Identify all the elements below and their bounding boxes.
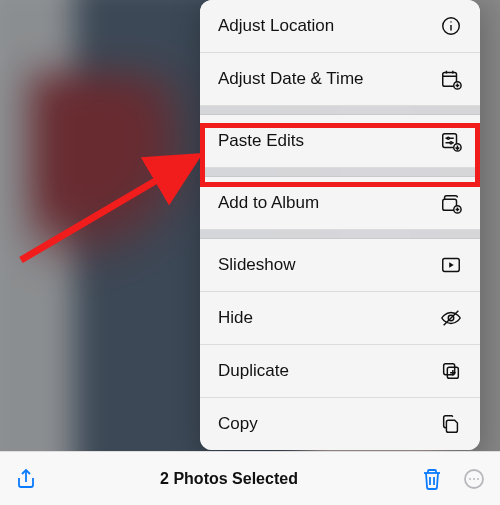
menu-item-paste-edits[interactable]: Paste Edits xyxy=(200,115,480,168)
eye-slash-icon xyxy=(440,307,462,329)
menu-item-duplicate[interactable]: Duplicate xyxy=(200,345,480,398)
svg-point-14 xyxy=(450,142,452,144)
menu-separator xyxy=(200,230,480,239)
share-icon[interactable] xyxy=(14,467,38,491)
calendar-add-icon xyxy=(440,68,462,90)
menu-item-add-to-album[interactable]: Add to Album xyxy=(200,177,480,230)
menu-separator xyxy=(200,168,480,177)
selection-status: 2 Photos Selected xyxy=(160,470,298,488)
svg-point-36 xyxy=(477,478,479,480)
menu-item-label: Slideshow xyxy=(218,255,440,275)
sliders-down-icon xyxy=(440,130,462,152)
svg-point-12 xyxy=(447,137,449,139)
svg-point-35 xyxy=(473,478,475,480)
context-menu: Adjust Location Adjust Date & Time P xyxy=(200,0,480,450)
menu-item-adjust-location[interactable]: Adjust Location xyxy=(200,0,480,53)
menu-item-label: Adjust Location xyxy=(218,16,440,36)
menu-item-label: Hide xyxy=(218,308,440,328)
play-rect-icon xyxy=(440,254,462,276)
album-add-icon xyxy=(440,192,462,214)
menu-item-label: Add to Album xyxy=(218,193,440,213)
svg-point-34 xyxy=(469,478,471,480)
menu-item-label: Paste Edits xyxy=(218,131,440,151)
duplicate-icon xyxy=(440,360,462,382)
more-icon[interactable] xyxy=(462,467,486,491)
menu-item-adjust-datetime[interactable]: Adjust Date & Time xyxy=(200,53,480,106)
menu-item-label: Adjust Date & Time xyxy=(218,69,440,89)
bottom-toolbar: 2 Photos Selected xyxy=(0,451,500,505)
menu-item-label: Copy xyxy=(218,414,440,434)
menu-item-slideshow[interactable]: Slideshow xyxy=(200,239,480,292)
info-icon xyxy=(440,15,462,37)
menu-item-copy[interactable]: Copy xyxy=(200,398,480,450)
menu-item-label: Duplicate xyxy=(218,361,440,381)
trash-icon[interactable] xyxy=(420,467,444,491)
menu-item-hide[interactable]: Hide xyxy=(200,292,480,345)
svg-point-2 xyxy=(450,21,451,22)
svg-marker-22 xyxy=(449,262,454,268)
menu-separator xyxy=(200,106,480,115)
copy-doc-icon xyxy=(440,413,462,435)
